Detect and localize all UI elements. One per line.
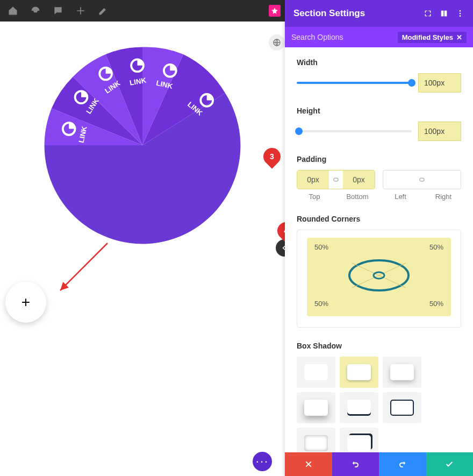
panel-title: Section Settings (293, 8, 365, 19)
link-icon[interactable] (329, 170, 343, 189)
shadow-option-3[interactable] (297, 392, 335, 423)
height-label: Height (297, 106, 461, 115)
box-shadow-field: Box Shadow (297, 342, 461, 459)
arrow-annotation (54, 239, 113, 298)
panel-search-bar[interactable]: Search Options Modified Styles ✕ (285, 27, 473, 47)
link-icon[interactable] (415, 170, 429, 189)
svg-point-16 (460, 10, 461, 12)
shadow-option-none[interactable] (297, 357, 335, 388)
more-icon[interactable] (456, 9, 464, 18)
gauge-icon[interactable] (30, 5, 41, 16)
height-slider[interactable] (297, 130, 412, 132)
rounded-corners-field: Rounded Corners 50% 50% (297, 215, 461, 328)
svg-point-17 (460, 13, 461, 15)
padding-left-input[interactable] (383, 170, 415, 189)
close-icon[interactable]: ✕ (456, 33, 462, 41)
padding-bottom-input[interactable]: 0px (343, 170, 375, 189)
save-button[interactable] (426, 452, 474, 476)
filter-pill[interactable]: Modified Styles ✕ (398, 32, 467, 43)
shadow-option-2[interactable] (383, 357, 421, 388)
comment-icon[interactable] (53, 5, 63, 16)
svg-line-13 (60, 243, 108, 290)
height-field: Height 100px (297, 106, 461, 141)
width-slider[interactable] (297, 82, 412, 84)
width-label: Width (297, 58, 461, 67)
padding-horizontal-group (383, 170, 461, 189)
svg-rect-15 (445, 11, 447, 17)
globe-button[interactable] (269, 34, 285, 51)
corner-tl-input[interactable]: 50% (314, 243, 328, 251)
svg-point-18 (460, 15, 461, 17)
undo-button[interactable] (332, 452, 379, 476)
pencil-icon[interactable] (98, 5, 109, 16)
home-icon[interactable] (8, 5, 18, 16)
plus-icon[interactable] (75, 5, 86, 16)
padding-field: Padding 0px 0px TopBottom LeftRight (297, 155, 461, 201)
panel-header: Section Settings (285, 0, 473, 27)
settings-panel: Section Settings Search Options Modified… (285, 0, 473, 476)
padding-vertical-group: 0px 0px (297, 170, 375, 189)
search-placeholder: Search Options (291, 33, 343, 41)
expand-icon[interactable] (424, 9, 432, 18)
shadow-option-5[interactable] (383, 392, 421, 423)
corner-br-input[interactable]: 50% (429, 300, 443, 308)
admin-topbar (0, 0, 285, 22)
corner-tr-input[interactable]: 50% (429, 243, 443, 251)
corners-preview[interactable] (344, 257, 414, 294)
shadow-option-4[interactable] (340, 392, 378, 423)
padding-right-input[interactable] (429, 170, 461, 189)
close-button[interactable] (285, 452, 332, 476)
add-section-button[interactable]: + (5, 282, 46, 323)
corner-bl-input[interactable]: 50% (314, 300, 328, 308)
width-field: Width 100px (297, 58, 461, 93)
star-badge[interactable] (269, 5, 281, 17)
builder-canvas: LINK LINK LINK LINK LINK LINK + ··· (0, 22, 285, 476)
redo-button[interactable] (379, 452, 426, 476)
corners-label: Rounded Corners (297, 215, 461, 223)
shadow-option-1[interactable] (340, 357, 378, 388)
width-value-input[interactable]: 100px (418, 73, 461, 93)
height-value-input[interactable]: 100px (418, 122, 461, 141)
svg-rect-14 (441, 11, 444, 17)
padding-label: Padding (297, 155, 461, 164)
columns-icon[interactable] (440, 9, 448, 18)
panel-footer (285, 452, 473, 476)
more-fab[interactable]: ··· (253, 452, 272, 471)
padding-top-input[interactable]: 0px (297, 170, 329, 189)
shadow-label: Box Shadow (297, 342, 461, 350)
pie-chart-module[interactable]: LINK LINK LINK LINK LINK LINK (40, 43, 245, 247)
